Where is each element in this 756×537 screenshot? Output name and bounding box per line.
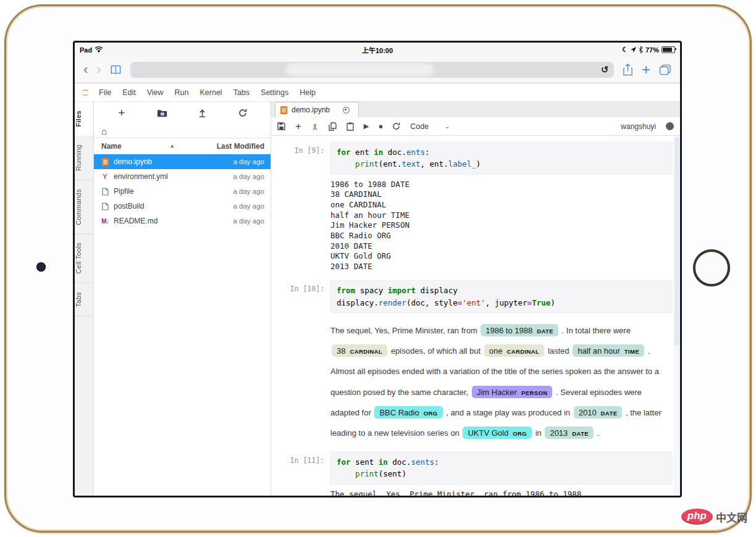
insert-cell-icon[interactable]: + — [295, 120, 301, 133]
tab-demo-ipynb[interactable]: demo.ipynb — [275, 102, 359, 117]
code-editor[interactable]: for sent in doc.sents: print(sent) — [330, 452, 673, 485]
file-row-postbuild[interactable]: postBuilda day ago — [94, 199, 271, 214]
code-line: for sent in doc.sents: — [337, 456, 666, 468]
menu-items: FileEditViewRunKernelTabsSettingsHelp — [93, 88, 321, 97]
jupyter-logo-icon — [80, 87, 92, 98]
page: { "device": { "carrier": "Pad", "time": … — [0, 0, 756, 537]
sidebar-tab-running[interactable]: Running — [75, 136, 93, 180]
scrollbar-thumb[interactable] — [674, 137, 679, 346]
tab-overview-icon[interactable] — [659, 64, 671, 75]
sidebar-tab-commands[interactable]: Commands — [75, 180, 93, 235]
column-name[interactable]: Name ▲ — [94, 142, 205, 151]
entity-mark-time: half an hourTIME — [573, 344, 644, 357]
code-line: displacy.render(doc, style='ent', jupyte… — [337, 297, 666, 309]
entity-label: TIME — [624, 348, 639, 355]
reload-button[interactable]: ↻ — [601, 64, 609, 75]
entity-label: CARDINAL — [350, 348, 382, 355]
stop-icon[interactable]: ■ — [379, 123, 382, 130]
share-icon[interactable] — [623, 64, 633, 76]
code-editor[interactable]: from spacy import displacydisplacy.rende… — [330, 280, 673, 313]
file-row-pipfile[interactable]: Pipfilea day ago — [94, 184, 271, 199]
output-text: The sequel, Yes, Prime Minister, ran fro… — [330, 489, 670, 496]
file-name: Pipfile — [110, 187, 205, 196]
kernel-status-icon[interactable] — [666, 122, 674, 130]
entity-label: DATE — [572, 430, 589, 437]
column-last-modified[interactable]: Last Modified — [205, 142, 271, 151]
save-icon[interactable] — [277, 122, 285, 130]
code-editor[interactable]: for ent in doc.ents: print(ent.text, ent… — [330, 142, 673, 175]
file-row-environment-yml[interactable]: Yenvironment.ymla day ago — [94, 169, 271, 184]
file-list-header: Name ▲ Last Modified — [94, 138, 271, 154]
copy-icon[interactable] — [329, 122, 337, 131]
menu-item-run[interactable]: Run — [169, 88, 195, 97]
notebook-cells: In [9]:for ent in doc.ents: print(ent.te… — [271, 136, 673, 496]
entity-mark-date: 2013DATE — [545, 427, 594, 439]
entity-label: DATE — [537, 328, 553, 335]
forward-button[interactable]: › — [96, 63, 101, 77]
restart-kernel-icon[interactable] — [392, 122, 400, 130]
file-modified: a day ago — [205, 158, 271, 165]
file-row-demo-ipynb[interactable]: demo.ipynba day ago — [94, 154, 271, 169]
workspace: FilesRunningCommandsCell ToolsTabs + ⌂ — [75, 102, 680, 496]
cell-output: The sequel, Yes, Prime Minister, ran fro… — [324, 313, 673, 443]
paste-icon[interactable] — [346, 122, 354, 131]
home-icon[interactable]: ⌂ — [101, 127, 107, 136]
entity-label: ORG — [513, 430, 527, 437]
code-line: print(ent.text, ent.label_) — [337, 158, 666, 170]
menu-item-view[interactable]: View — [141, 88, 169, 97]
tab-title: demo.ipynb — [292, 106, 330, 114]
output-text: 1986 to 1988 DATE38 CARDINALone CARDINAL… — [330, 180, 670, 272]
menu-item-tabs[interactable]: Tabs — [228, 88, 255, 97]
cell-input-row: In [9]:for ent in doc.ents: print(ent.te… — [271, 142, 673, 175]
menu-item-help[interactable]: Help — [294, 88, 321, 97]
code-cell-2[interactable]: In [10]:from spacy import displacydispla… — [271, 280, 673, 443]
sidebar-tab-cell-tools[interactable]: Cell Tools — [75, 234, 93, 283]
location-arrow-icon — [631, 47, 636, 52]
cut-icon[interactable]: ✂ — [310, 123, 320, 130]
back-button[interactable]: ‹ — [83, 63, 88, 77]
upload-icon[interactable] — [193, 109, 212, 117]
cell-input-row: In [10]:from spacy import displacydispla… — [271, 280, 673, 313]
home-button[interactable] — [693, 249, 730, 286]
code-line: print(sent) — [337, 468, 666, 480]
sidebar-tab-files[interactable]: Files — [75, 102, 93, 136]
url-field[interactable]: ↻ — [130, 62, 614, 78]
entity-label: PERSON — [521, 389, 548, 396]
code-line: from spacy import displacy — [337, 285, 666, 296]
kernel-user-label: wangshuyi — [621, 122, 656, 131]
displacy-entity-visualization: The sequel, Yes, Prime Minister, ran fro… — [330, 318, 664, 443]
main-area: demo.ipynb + ✂ ▶ ■ — [271, 102, 680, 496]
new-folder-icon[interactable] — [153, 109, 171, 117]
sort-ascending-icon: ▲ — [170, 143, 175, 149]
file-name: postBuild — [110, 202, 205, 210]
run-icon[interactable]: ▶ — [364, 122, 369, 130]
notebook-scrollbar[interactable] — [674, 136, 680, 496]
cell-type-select[interactable]: Code ⌄ — [410, 122, 450, 131]
file-name: demo.ipynb — [110, 157, 205, 166]
bookmarks-book-icon[interactable] — [110, 65, 122, 75]
safari-toolbar: ‹ › ↻ + — [75, 57, 680, 83]
menu-item-edit[interactable]: Edit — [117, 88, 141, 97]
entity-mark-cardinal: 38CARDINAL — [332, 344, 387, 357]
entity-label: CARDINAL — [506, 348, 539, 355]
menu-item-settings[interactable]: Settings — [255, 88, 294, 97]
file-modified: a day ago — [205, 188, 271, 195]
menu-item-file[interactable]: File — [93, 88, 117, 97]
new-launcher-plus-icon[interactable]: + — [112, 106, 131, 120]
menu-item-kernel[interactable]: Kernel — [195, 88, 228, 97]
file-browser-toolbar: + — [94, 102, 271, 124]
new-tab-plus-icon[interactable]: + — [642, 61, 650, 78]
watermark-text: 中文网 — [716, 509, 747, 525]
close-tab-dirty-icon[interactable] — [343, 107, 350, 114]
cell-output: The sequel, Yes, Prime Minister, ran fro… — [324, 485, 673, 496]
code-cell-1[interactable]: In [9]:for ent in doc.ents: print(ent.te… — [271, 142, 673, 272]
file-row-readme-md[interactable]: M↓README.mda day ago — [94, 214, 271, 228]
entity-mark-date: 2010DATE — [574, 406, 623, 418]
code-cell-3[interactable]: In [11]:for sent in doc.sents: print(sen… — [271, 452, 673, 496]
file-browser-panel: + ⌂ Name ▲ Last Modified — [94, 102, 271, 496]
sidebar-tab-tabs[interactable]: Tabs — [75, 283, 93, 316]
notebook-scroll-area[interactable]: In [9]:for ent in doc.ents: print(ent.te… — [271, 136, 680, 496]
file-name: README.md — [110, 217, 205, 225]
refresh-icon[interactable] — [233, 109, 252, 117]
execution-count-label: In [11]: — [271, 452, 330, 485]
